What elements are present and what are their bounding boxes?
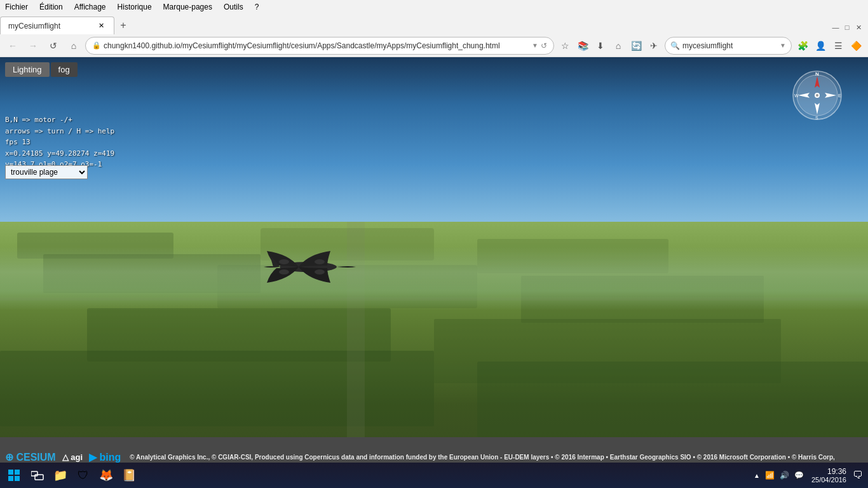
menu-fichier[interactable]: Fichier (3, 1, 31, 13)
tab-label: myCesiumflight (8, 22, 92, 30)
account-icon[interactable]: 👤 (812, 37, 829, 54)
taskbar: 📁 🛡 🦊 📔 ▲ 📶 🔊 💬 19:36 25/04/2016 🗨 (0, 463, 868, 488)
reload-button[interactable]: ↺ (44, 37, 62, 55)
taskbar-shield[interactable]: 🛡 (72, 464, 94, 486)
info-line2: arrows => turn / H => help (5, 126, 114, 137)
nav-icons: ☆ 📚 ⬇ ⌂ 🔄 ✈ (557, 37, 662, 54)
svg-point-4 (279, 269, 289, 274)
toolbar: Lighting fog (5, 62, 78, 77)
url-bar[interactable]: 🔒 chungkn1400.github.io/myCesiumflight/m… (85, 37, 554, 55)
close-button[interactable]: ✕ (854, 23, 863, 32)
tray-volume[interactable]: 🔊 (780, 471, 789, 480)
back-button[interactable]: ← (4, 37, 22, 55)
profile-icon[interactable]: 🔶 (848, 37, 864, 54)
minimize-button[interactable]: — (831, 23, 840, 32)
home-button[interactable]: ⌂ (65, 37, 83, 55)
search-bar[interactable]: 🔍 mycesiumflight ▼ (665, 37, 792, 55)
extensions-icon[interactable]: 🧩 (794, 37, 811, 54)
svg-rect-15 (8, 476, 13, 481)
forward-button[interactable]: → (24, 37, 42, 55)
taskbar-app5[interactable]: 📔 (118, 464, 140, 486)
url-text: chungkn1400.github.io/myCesiumflight/myC… (104, 41, 529, 50)
sync-icon[interactable]: 🔄 (628, 37, 644, 54)
svg-text:S: S (815, 116, 818, 120)
tab-close-button[interactable]: ✕ (96, 21, 106, 31)
svg-rect-13 (8, 470, 13, 475)
svg-point-8 (816, 94, 818, 97)
bookmark-icon[interactable]: 📚 (574, 37, 591, 54)
attribution-text-inline: © Analytical Graphics Inc., © CGIAR-CSI,… (130, 453, 835, 462)
tray-notifications[interactable]: 🗨 (850, 470, 865, 481)
svg-rect-16 (15, 476, 20, 481)
home-nav-icon[interactable]: ⌂ (610, 37, 627, 54)
menu-affichage[interactable]: Affichage (72, 1, 109, 13)
browser-controls: 🧩 👤 ☰ 🔶 (794, 37, 864, 54)
tray-message[interactable]: 💬 (794, 471, 804, 480)
svg-rect-18 (35, 475, 43, 480)
info-line4: x=0.24185 y=49.28274 z=419 (5, 148, 114, 159)
info-line3: fps 13 (5, 137, 114, 148)
svg-point-2 (315, 269, 325, 274)
search-text[interactable]: mycesiumflight (682, 41, 777, 50)
compass-rose[interactable]: N S E W (792, 70, 843, 121)
menu-icon[interactable]: ☰ (830, 37, 846, 54)
fog-button[interactable]: fog (51, 62, 78, 77)
search-icon: 🔍 (670, 41, 680, 50)
menu-help[interactable]: ? (252, 1, 262, 13)
cesium-viewport[interactable]: N S E W Lighting fog B,N => motor -/+ ar… (0, 57, 868, 488)
svg-text:W: W (794, 93, 799, 98)
start-button[interactable] (3, 464, 25, 487)
clock-date: 25/04/2016 (811, 476, 846, 484)
svg-point-1 (315, 259, 325, 264)
menu-edition[interactable]: Édition (37, 1, 65, 13)
download-icon[interactable]: ⬇ (592, 37, 609, 54)
menu-bar: Fichier Édition Affichage Historique Mar… (0, 0, 868, 14)
location-select[interactable]: trouville plage paris normandie london (5, 165, 88, 179)
airplane (245, 248, 372, 286)
svg-text:E: E (838, 93, 841, 98)
info-line1: B,N => motor -/+ (5, 114, 114, 126)
agi-logo: △ agi (62, 452, 83, 462)
info-overlay: B,N => motor -/+ arrows => turn / H => h… (5, 114, 114, 170)
refresh-icon[interactable]: ↺ (541, 41, 547, 50)
navigation-bar: ← → ↺ ⌂ 🔒 chungkn1400.github.io/myCesium… (0, 34, 868, 57)
taskbar-file-explorer[interactable]: 📁 (50, 464, 71, 486)
tray-network[interactable]: 📶 (765, 471, 775, 480)
svg-rect-17 (31, 471, 37, 476)
cesium-logo: ⊕ CESIUM (5, 451, 56, 463)
clock-time: 19:36 (811, 467, 846, 476)
system-clock[interactable]: 19:36 25/04/2016 (811, 467, 846, 484)
share-icon[interactable]: ✈ (646, 37, 662, 54)
maximize-button[interactable]: □ (843, 23, 851, 32)
menu-marque-pages[interactable]: Marque-pages (161, 1, 215, 13)
taskbar-firefox[interactable]: 🦊 (95, 464, 117, 486)
svg-text:N: N (815, 71, 819, 77)
bookmark-star-icon[interactable]: ☆ (557, 37, 573, 54)
bing-logo: ▶ bing (89, 451, 121, 463)
taskbar-right: ▲ 📶 🔊 💬 19:36 25/04/2016 🗨 (750, 467, 865, 484)
taskbar-task-view[interactable] (27, 464, 48, 486)
system-tray: ▲ 📶 🔊 💬 (750, 471, 808, 480)
menu-outils[interactable]: Outils (221, 1, 246, 13)
location-dropdown-container: trouville plage paris normandie london (5, 165, 88, 179)
svg-rect-14 (15, 470, 20, 475)
attribution-logos: ⊕ CESIUM △ agi ▶ bing © Analytical Graph… (5, 451, 863, 463)
new-tab-button[interactable]: + (114, 17, 132, 34)
svg-point-3 (279, 259, 289, 264)
browser-tab[interactable]: myCesiumflight ✕ (0, 17, 114, 34)
menu-historique[interactable]: Historique (115, 1, 154, 13)
horizon-blend (0, 247, 868, 310)
tray-chevron[interactable]: ▲ (754, 472, 760, 479)
tab-bar: myCesiumflight ✕ + — □ ✕ (0, 14, 868, 34)
browser-window: Fichier Édition Affichage Historique Mar… (0, 0, 868, 488)
lighting-button[interactable]: Lighting (5, 62, 50, 77)
